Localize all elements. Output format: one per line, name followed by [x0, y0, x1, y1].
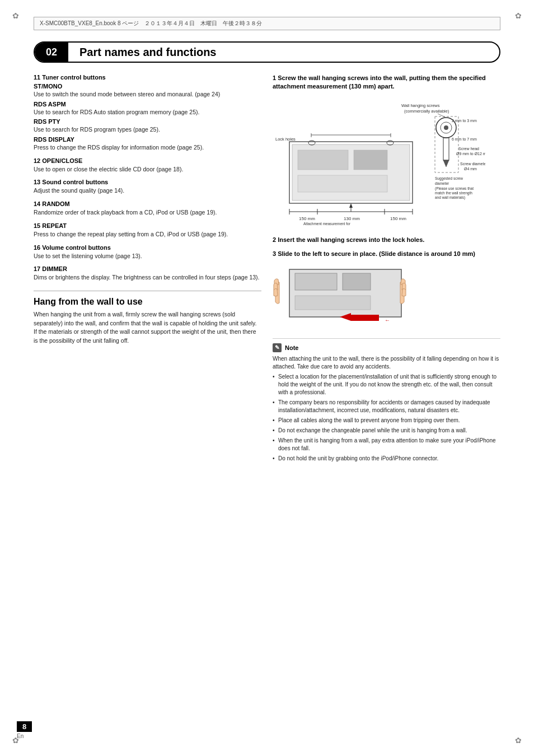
wall-diagram-svg: 150 mm 130 mm 150 mm Lock holes Wall han…: [273, 97, 485, 226]
svg-text:Screw diameter: Screw diameter: [460, 162, 485, 166]
step3-heading: 3 Slide to the left to secure in place. …: [273, 250, 500, 258]
svg-text:Wall hanging screws: Wall hanging screws: [401, 103, 440, 108]
svg-text:Suggested screw: Suggested screw: [435, 176, 463, 181]
note-item-5: When the unit is hanging from a wall, pa…: [273, 437, 500, 452]
page-lang: En: [17, 733, 24, 739]
svg-line-28: [438, 114, 446, 118]
note-label: Note: [285, 344, 298, 351]
right-column: 1 Screw the wall hanging screws into the…: [273, 74, 500, 465]
section-17-desc: Dims or brightens the display. The brigh…: [34, 273, 261, 282]
page: ✿ ✿ ✿ ✿ X-SMC00BTB_VXE8_En.book 8 ページ ２０…: [0, 0, 534, 756]
svg-rect-50: [351, 315, 379, 321]
svg-text:130 mm: 130 mm: [344, 216, 360, 221]
corner-mark-br: ✿: [513, 735, 524, 746]
svg-text:(commercially available): (commercially available): [404, 109, 449, 114]
section-11: 11 Tuner control buttons ST/MONO Use to …: [34, 74, 261, 152]
section-16-heading: 16 Volume control buttons: [34, 244, 261, 251]
svg-rect-4: [298, 150, 348, 170]
section-16-desc: Use to set the listening volume (page 13…: [34, 252, 261, 260]
note-section: ✎ Note When attaching the unit to the wa…: [273, 338, 500, 463]
page-number: 8: [17, 721, 32, 732]
svg-rect-47: [343, 273, 371, 290]
svg-marker-21: [349, 203, 353, 208]
note-item-2: The company bears no responsibility for …: [273, 399, 500, 414]
corner-mark-tl: ✿: [10, 10, 21, 21]
note-item-0: When attaching the unit to the wall, the…: [273, 355, 500, 371]
svg-text:Attachment measurement for: Attachment measurement for: [303, 222, 351, 226]
step2-heading: 2 Insert the wall hanging screws into th…: [273, 236, 500, 244]
rds-pty-heading: RDS PTY: [34, 118, 261, 125]
chapter-title: Part names and functions: [68, 46, 228, 59]
svg-text:150 mm: 150 mm: [390, 216, 406, 221]
section-13-heading: 13 Sound control buttons: [34, 179, 261, 185]
rds-display-heading: RDS DISPLAY: [34, 136, 261, 143]
section-11-subheading: ST/MONO: [34, 83, 261, 90]
svg-rect-46: [295, 273, 337, 290]
step1-heading: 1 Screw the wall hanging screws into the…: [273, 74, 500, 91]
file-header-text: X-SMC00BTB_VXE8_En.book 8 ページ ２０１３年４月４日 …: [40, 20, 262, 26]
section-11-desc: Use to switch the sound mode between ste…: [34, 90, 261, 99]
svg-text:←: ←: [385, 317, 390, 323]
note-item-1: Select a location for the placement/inst…: [273, 373, 500, 396]
hang-desc: When hanging the unit from a wall, firml…: [34, 310, 261, 346]
hang-section: Hang from the wall to use When hanging t…: [34, 291, 261, 346]
note-item-4: Do not exchange the changeable panel whi…: [273, 427, 500, 435]
rds-pty-desc: Use to search for RDS program types (pag…: [34, 125, 261, 134]
page-footer: 8 En: [17, 721, 32, 739]
section-13-desc: Adjust the sound quality (page 14).: [34, 186, 261, 195]
section-17: 17 DIMMER Dims or brightens the display.…: [34, 265, 261, 282]
section-15: 15 REPEAT Press to change the repeat pla…: [34, 222, 261, 239]
file-header: X-SMC00BTB_VXE8_En.book 8 ページ ２０１３年４月４日 …: [34, 17, 500, 30]
svg-text:(Please use screws that: (Please use screws that: [435, 186, 474, 191]
section-11-heading: 11 Tuner control buttons: [34, 74, 261, 81]
note-icon: ✎: [273, 343, 282, 352]
chapter-header: 02 Part names and functions: [34, 41, 500, 63]
svg-rect-6: [298, 175, 387, 192]
rds-display-desc: Press to change the RDS display for info…: [34, 143, 261, 152]
section-12-heading: 12 OPEN/CLOSE: [34, 157, 261, 164]
svg-rect-48: [295, 296, 371, 310]
svg-text:6 mm to 7 mm: 6 mm to 7 mm: [452, 137, 477, 141]
svg-text:and wall materials): and wall materials): [435, 195, 465, 200]
section-14-heading: 14 RANDOM: [34, 200, 261, 207]
main-content: 11 Tuner control buttons ST/MONO Use to …: [34, 74, 500, 465]
section-15-heading: 15 REPEAT: [34, 222, 261, 229]
corner-mark-tr: ✿: [513, 10, 524, 21]
svg-rect-10: [443, 138, 449, 160]
svg-text:Screw head: Screw head: [458, 147, 479, 151]
section-14: 14 RANDOM Randomize order of track playb…: [34, 200, 261, 217]
svg-text:150 mm: 150 mm: [299, 216, 315, 221]
section-13: 13 Sound control buttons Adjust the soun…: [34, 179, 261, 195]
section-15-desc: Press to change the repeat play setting …: [34, 230, 261, 239]
left-column: 11 Tuner control buttons ST/MONO Use to …: [34, 74, 261, 465]
section-12-desc: Use to open or close the electric slide …: [34, 165, 261, 174]
svg-text:Lock holes: Lock holes: [275, 137, 296, 142]
chapter-number: 02: [35, 43, 68, 62]
slide-diagram-svg: ←: [273, 261, 452, 328]
svg-marker-11: [443, 160, 449, 167]
note-item-3: Place all cables along the wall to preve…: [273, 417, 500, 424]
section-12: 12 OPEN/CLOSE Use to open or close the e…: [34, 157, 261, 174]
hang-title: Hang from the wall to use: [34, 297, 261, 307]
wall-diagram: 150 mm 130 mm 150 mm Lock holes Wall han…: [273, 97, 500, 227]
section-16: 16 Volume control buttons Use to set the…: [34, 244, 261, 260]
note-item-6: Do not hold the unit by grabbing onto th…: [273, 455, 500, 463]
section-14-desc: Randomize order of track playback from a…: [34, 208, 261, 217]
svg-text:2 mm to 3 mm: 2 mm to 3 mm: [452, 119, 477, 123]
slide-diagram: ←: [273, 261, 500, 329]
svg-rect-5: [354, 150, 387, 170]
svg-point-9: [444, 125, 448, 130]
svg-text:diameter: diameter: [435, 181, 449, 185]
note-header: ✎ Note: [273, 343, 500, 352]
svg-text:Ø4 mm: Ø4 mm: [464, 167, 477, 171]
svg-text:Ø9 mm to Ø12 mm: Ø9 mm to Ø12 mm: [456, 152, 485, 156]
section-17-heading: 17 DIMMER: [34, 265, 261, 272]
rds-aspm-desc: Use to search for RDS Auto station progr…: [34, 108, 261, 116]
svg-text:match the wall strength: match the wall strength: [435, 191, 472, 195]
rds-aspm-heading: RDS ASPM: [34, 101, 261, 108]
